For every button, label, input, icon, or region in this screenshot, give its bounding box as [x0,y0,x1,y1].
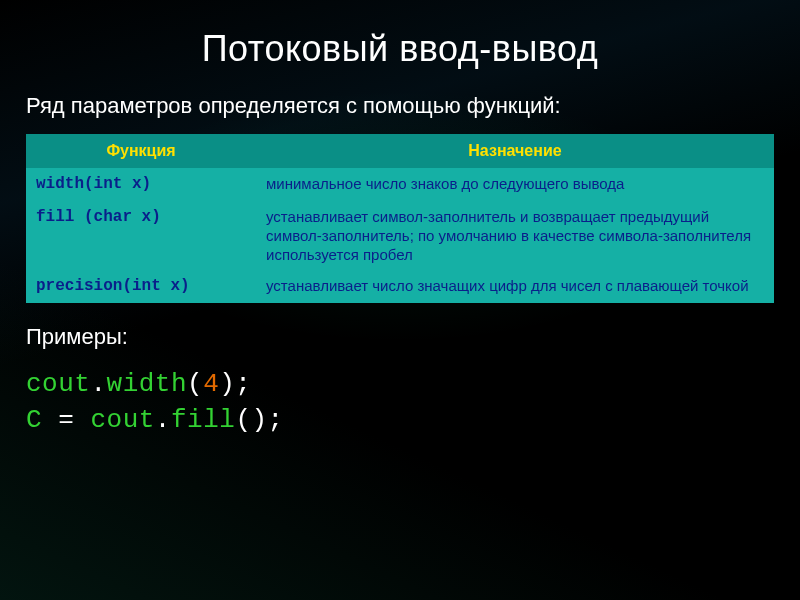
code-line-1: cout.width(4); [26,369,774,399]
header-purpose: Назначение [256,134,774,168]
slide-title: Потоковый ввод-вывод [0,0,800,92]
fn-name: width(int x) [26,168,256,200]
functions-table: Функция Назначение width(int x) минималь… [26,134,774,303]
token-eq: = [42,405,90,435]
token-parens-semi: (); [235,405,283,435]
token-lparen: ( [187,369,203,399]
fn-desc: устанавливает символ-заполнитель и возвр… [256,201,774,271]
token-var-c: C [26,405,42,435]
token-width: width [107,369,188,399]
token-dot: . [155,405,171,435]
intro-text: Ряд параметров определяется с помощью фу… [26,92,774,120]
code-line-2: C = cout.fill(); [26,405,774,435]
token-fill: fill [171,405,235,435]
token-dot: . [90,369,106,399]
token-cout: cout [26,369,90,399]
slide-body: Ряд параметров определяется с помощью фу… [0,92,800,435]
table-header-row: Функция Назначение [26,134,774,168]
slide: Потоковый ввод-вывод Ряд параметров опре… [0,0,800,600]
table-row: fill (char x) устанавливает символ-запол… [26,201,774,271]
token-number: 4 [203,369,219,399]
table-row: precision(int x) устанавливает число зна… [26,270,774,302]
fn-desc: устанавливает число значащих цифр для чи… [256,270,774,302]
fn-name: precision(int x) [26,270,256,302]
token-rparen-semi: ); [219,369,251,399]
fn-name: fill (char x) [26,201,256,271]
header-function: Функция [26,134,256,168]
examples-label: Примеры: [26,323,774,351]
table-row: width(int x) минимальное число знаков до… [26,168,774,200]
fn-desc: минимальное число знаков до следующего в… [256,168,774,200]
token-cout: cout [90,405,154,435]
